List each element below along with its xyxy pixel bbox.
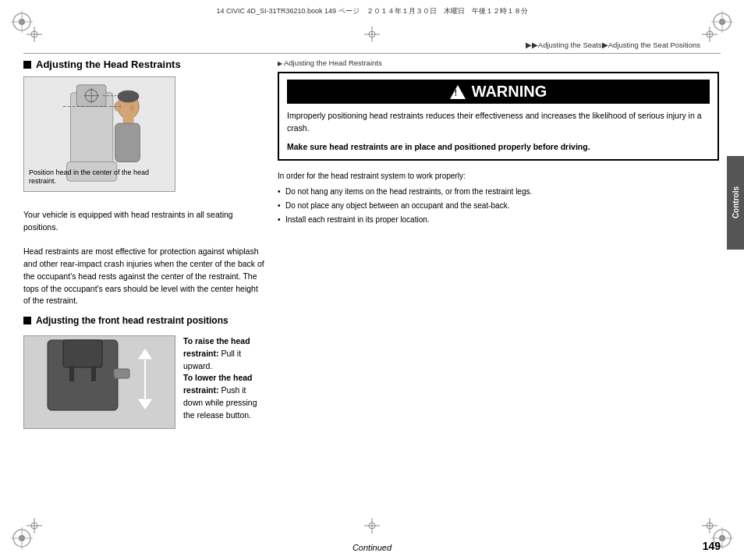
svg-rect-53 [91, 366, 96, 381]
warning-text-1: Improperly positioning head restraints r… [287, 110, 710, 135]
sidebar-controls-label: Controls [727, 156, 744, 250]
warning-title: WARNING [287, 80, 710, 104]
main-content: Adjusting the Head Restraints [23, 58, 719, 529]
cross-mark-tm [364, 27, 380, 42]
raise-lower-text: To raise the head restraint: Pull it upw… [183, 335, 265, 429]
page-number: 149 [703, 540, 721, 552]
top-metadata: 14 CIVIC 4D_SI-31TR36210.book 149 ページ ２０… [216, 6, 527, 16]
sub-section-header: Adjusting the front head restraint posit… [23, 315, 265, 326]
info-list: Do not hang any items on the head restra… [278, 186, 719, 225]
main-description-text: Your vehicle is equipped with head restr… [23, 209, 265, 307]
svg-rect-44 [115, 123, 140, 161]
info-item-1: Do not hang any items on the head restra… [278, 186, 719, 197]
breadcrumb: ▶▶Adjusting the Seats▶Adjusting the Seat… [526, 41, 700, 49]
warning-body: Improperly positioning head restraints r… [287, 110, 710, 153]
illustration-caption: Position head in the center of the head … [29, 168, 175, 186]
info-section: In order for the head restraint system t… [278, 170, 719, 225]
head-restraint-illustration: Position head in the center of the head … [23, 76, 175, 192]
warning-box: WARNING Improperly positioning head rest… [278, 72, 719, 161]
svg-rect-51 [63, 340, 102, 367]
svg-point-45 [118, 90, 140, 103]
section-header-head-restraints: Adjusting the Head Restraints [23, 58, 265, 70]
section-title: Adjusting the Head Restraints [36, 58, 181, 70]
right-column: Adjusting the Head Restraints WARNING Im… [278, 58, 719, 529]
main-text-content: Your vehicle is equipped with head restr… [23, 210, 264, 305]
warning-text-2: Make sure head restraints are in place a… [287, 141, 710, 154]
svg-rect-52 [69, 366, 74, 381]
sub-section-square [23, 317, 31, 324]
cross-mark-tr [702, 27, 717, 42]
top-rule [23, 53, 721, 54]
info-item-2: Do not place any object between an occup… [278, 200, 719, 211]
warning-reference: Adjusting the Head Restraints [278, 58, 719, 67]
info-item-3: Install each restraint in its proper loc… [278, 214, 719, 225]
sub-section-row: To raise the head restraint: Pull it upw… [23, 335, 265, 429]
left-column: Adjusting the Head Restraints [23, 58, 265, 529]
seat-illustration [23, 335, 175, 429]
section-header-square [23, 61, 31, 69]
warning-triangle-icon [450, 85, 466, 99]
svg-point-46 [129, 105, 134, 112]
info-title: In order for the head restraint system t… [278, 170, 719, 182]
svg-rect-54 [114, 369, 129, 378]
continued-text: Continued [353, 543, 391, 552]
sub-section-title: Adjusting the front head restraint posit… [36, 315, 229, 326]
cross-mark-tl [27, 27, 42, 42]
